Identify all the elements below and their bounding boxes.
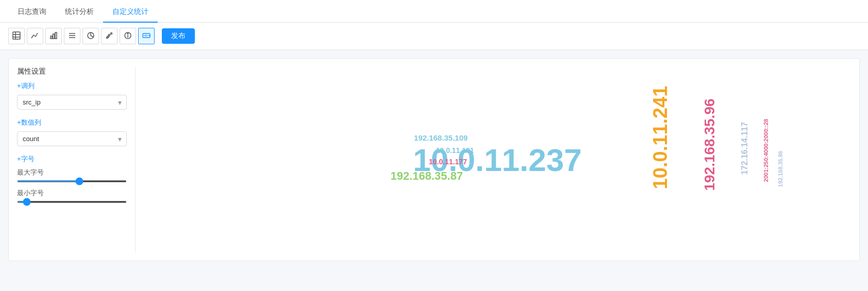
tabs-bar: 日志查询 统计分析 自定义统计 (0, 0, 868, 23)
svg-point-19 (127, 33, 128, 34)
wordcloud-word: 10.0.11.181 (436, 146, 474, 155)
min-font-label: 最小字号 (17, 189, 127, 198)
settings-sidebar: 属性设置 +调列 src_ip +数值列 count +字号 (17, 67, 136, 252)
main-panel: 属性设置 +调列 src_ip +数值列 count +字号 (8, 58, 860, 261)
max-font-slider[interactable] (17, 180, 127, 182)
wordcloud-word: 192.168.35.86 (777, 151, 783, 187)
wordcloud-btn[interactable] (138, 28, 155, 44)
svg-point-16 (108, 36, 109, 37)
col-field-select-wrapper: src_ip (17, 95, 127, 110)
info-btn[interactable] (120, 28, 136, 44)
wordcloud-word: 2001:250:4000:2000::28 (763, 119, 769, 182)
col-section: +调列 src_ip (17, 81, 127, 110)
tab-custom-stat[interactable]: 自定义统计 (103, 2, 158, 23)
svg-point-15 (111, 32, 112, 34)
svg-rect-0 (13, 32, 20, 39)
wordcloud-word: 10.0.11.241 (649, 85, 671, 189)
pie-chart-icon (87, 31, 95, 41)
info-icon (124, 31, 132, 41)
bar-chart-btn[interactable] (45, 28, 62, 44)
add-col-link[interactable]: +调列 (17, 81, 127, 91)
add-num-link[interactable]: +数值列 (17, 118, 127, 127)
max-font-slider-wrap (17, 180, 127, 182)
add-font-link[interactable]: +字号 (17, 155, 127, 164)
wordcloud-word: 172.16.14.117 (740, 122, 749, 175)
svg-rect-6 (55, 32, 57, 39)
line-chart-icon (31, 31, 39, 41)
scatter-icon (105, 31, 113, 41)
min-font-slider-wrap (17, 201, 127, 203)
min-font-slider[interactable] (17, 201, 127, 203)
sidebar-title: 属性设置 (17, 67, 127, 76)
wordcloud-word: 10.0.11.177 (429, 158, 467, 166)
table-icon (12, 31, 21, 41)
main-area: 属性设置 +调列 src_ip +数值列 count +字号 (0, 50, 868, 269)
svg-rect-4 (51, 36, 52, 39)
wordcloud-area: 10.0.11.23710.0.11.241192.168.35.96172.1… (144, 67, 851, 252)
toolbar: 发布 (0, 23, 868, 50)
wordcloud-icon (142, 31, 151, 41)
tab-stat-analysis[interactable]: 统计分析 (56, 2, 103, 23)
wordcloud-canvas: 10.0.11.23710.0.11.241192.168.35.96172.1… (144, 67, 851, 252)
num-field-select[interactable]: count (17, 131, 127, 146)
wordcloud-word: 192.168.35.109 (414, 133, 468, 142)
scatter-btn[interactable] (101, 28, 118, 44)
publish-button[interactable]: 发布 (162, 28, 195, 44)
svg-rect-5 (53, 34, 55, 39)
col-field-select[interactable]: src_ip (17, 95, 127, 110)
bar-chart-icon (49, 31, 58, 41)
num-section: +数值列 count (17, 118, 127, 146)
wordcloud-word: 192.168.35.87 (390, 169, 463, 183)
svg-line-12 (91, 36, 93, 37)
num-field-select-wrapper: count (17, 131, 127, 146)
pie-chart-btn[interactable] (82, 28, 99, 44)
wordcloud-word: 192.168.35.96 (702, 99, 718, 191)
tab-log-query[interactable]: 日志查询 (8, 2, 56, 23)
max-font-label: 最大字号 (17, 168, 127, 177)
table-icon-btn[interactable] (8, 28, 25, 44)
list-chart-btn[interactable] (64, 28, 80, 44)
line-chart-btn[interactable] (27, 28, 43, 44)
list-icon (68, 31, 76, 41)
font-section: +字号 最大字号 最小字号 (17, 155, 127, 203)
